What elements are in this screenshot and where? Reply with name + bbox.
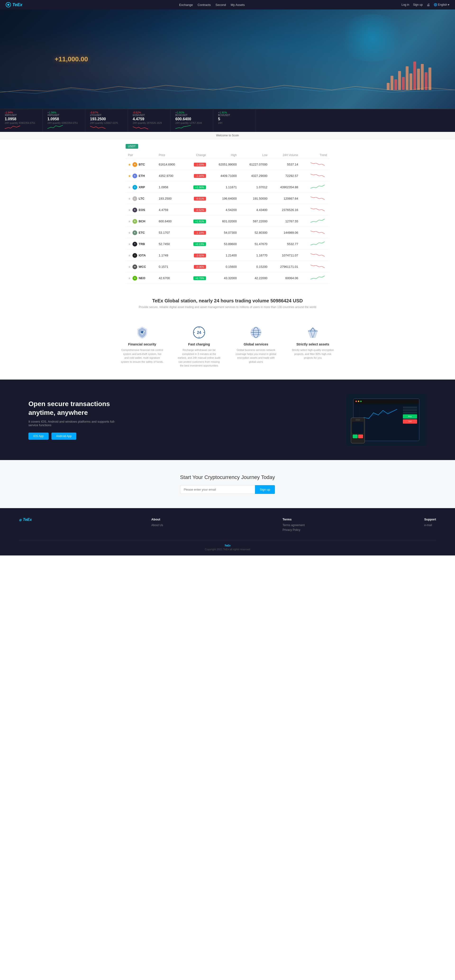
coin-price: 1.0958 [156,181,185,193]
coin-trend [300,216,329,227]
footer-about-col: About About Us [152,518,163,533]
coin-volume: 43902354.88 [270,181,301,193]
footer-email-link[interactable]: e-mail [424,523,436,527]
coin-low: 51.47670 [239,239,270,250]
table-row[interactable]: ★ T TRB 52.7450+0.13%53.8960051.47670553… [126,239,329,250]
coin-high: 4409.71000 [208,170,239,181]
table-row[interactable]: ★ E ETC 53.1707-1.19%54.0730052.80300144… [126,227,329,239]
table-row[interactable]: ★ I IOTA 1.1749-2.02%1.214001.1677010747… [126,250,329,261]
feature-title-charging: Fast charging [178,342,220,346]
signup-link[interactable]: Sign up [413,3,423,6]
coin-icon: N [133,276,137,281]
coin-low: 4327.29000 [239,170,270,181]
col-volume: 24H Volume [270,151,301,159]
footer-logo: ◎ TeEx [19,518,32,522]
coin-high: 196.64000 [208,193,239,204]
login-link[interactable]: Log in [401,3,409,6]
change-badge: +1.56% [193,185,206,189]
coin-name: WCC [139,265,146,269]
nav-exchange[interactable]: Exchange [179,3,193,6]
ticker-change: +1.91% [176,111,208,114]
ticker-item-5[interactable]: +1.91% BCH/USDT 5 24H [213,109,256,132]
star-icon[interactable]: ★ [128,208,131,212]
android-app-button[interactable]: Android App [51,433,76,440]
ticker-item-2[interactable]: -0.87% LTC/USDT 193.2500 24H quantity 12… [85,109,128,132]
ticker-item-3[interactable]: -0.52% EOS/USDT 4.4759 24H quantity 2876… [128,109,171,132]
table-row[interactable]: ★ B BCH 600.6400+1.91%601.02000597.22000… [126,216,329,227]
star-icon[interactable]: ★ [128,276,131,280]
table-row[interactable]: ★ E ETH 4352.9700-1.04%4409.710004327.29… [126,170,329,181]
signup-section: Start Your Cryptocurrency Journey Today … [0,460,455,508]
feature-title-global: Global services [235,342,277,346]
table-row[interactable]: ★ X XRP 1.0958+1.56%1.116711.07012439023… [126,181,329,193]
coin-low: 597.22000 [239,216,270,227]
nav-second[interactable]: Second [216,3,226,6]
stats-title: TeEx Global station, nearly 24 hours tra… [5,298,450,304]
coin-price: 1.1749 [156,250,185,261]
star-icon[interactable]: ★ [128,197,131,200]
table-row[interactable]: ★ N NEO 42.6700+0.79%43.3200042.22000600… [126,272,329,284]
ticker-item-1[interactable]: +1.56% XRP/USDT 1.0958 24H quantity 4390… [43,109,85,132]
coin-high: 0.15600 [208,261,239,272]
nav-my-assets[interactable]: My Assets [231,3,244,6]
change-badge: +0.79% [193,276,206,280]
logo[interactable]: TeEx [6,2,22,7]
footer-terms-title: Terms [283,518,305,521]
coin-icon: B [133,162,137,167]
ticker-item-4[interactable]: +1.91% BCH/USDT 600.6400 24H quantity 12… [171,109,213,132]
dark-section-title: Open secure transactions anytime, anywhe… [29,400,123,417]
table-body: ★ B BTC 61614.6900-1.03%62051.9900061227… [126,159,329,284]
star-icon[interactable]: ★ [128,185,131,189]
dark-promo-section: Open secure transactions anytime, anywhe… [0,380,455,460]
hero-section: +11,000.00 [0,10,455,109]
star-icon[interactable]: ★ [128,174,131,178]
star-icon[interactable]: ★ [128,242,131,246]
coin-price: 0.1571 [156,261,185,272]
footer-about-link[interactable]: About Us [152,523,163,527]
ticker-vol: 24H quantity 2876526.1629 [133,122,166,124]
coin-low: 4.43400 [239,204,270,216]
ticker-item-0[interactable]: -1.94% XRP/USDT 1.0958 24H quantity 4390… [0,109,43,132]
coin-volume: 72292.57 [270,170,301,181]
ticker-change: -0.52% [133,111,166,114]
star-icon[interactable]: ★ [128,163,131,167]
stats-section: TeEx Global station, nearly 24 hours tra… [0,289,455,323]
language-selector[interactable]: 🌐 English ▾ [434,3,449,6]
table-row[interactable]: ★ E EOS 4.4759-0.52%4.542004.43400237652… [126,204,329,216]
usdt-tab[interactable]: USDT [126,144,138,149]
trend-sparkline [310,195,327,201]
coin-high: 54.07300 [208,227,239,239]
nav-contracts[interactable]: Contracts [198,3,211,6]
footer-about-title: About [152,518,163,521]
coin-price: 4.4759 [156,204,185,216]
dark-section-text: Open secure transactions anytime, anywhe… [29,400,123,440]
nav-right: Log in Sign up 🖨 🌐 English ▾ [401,3,449,6]
star-icon[interactable]: ★ [128,254,131,258]
ios-app-button[interactable]: IOS App [29,433,49,440]
coin-price: 4352.9700 [156,170,185,181]
ticker-sparkline [47,124,64,130]
print-icon[interactable]: 🖨 [426,3,430,6]
table-row[interactable]: ★ B BTC 61614.6900-1.03%62051.9900061227… [126,159,329,170]
ticker-price: 193.2500 [90,117,123,121]
footer-privacy-link[interactable]: Privacy Policy [283,528,305,531]
signup-submit-button[interactable]: Sign up [255,485,275,494]
trend-sparkline [310,218,327,224]
star-icon[interactable]: ★ [128,231,131,235]
footer-terms-agreement-link[interactable]: Terms agreement [283,523,305,527]
coin-volume: 5537.14 [270,159,301,170]
table-row[interactable]: ★ L LTC 193.2500-0.51%196.64000191.50000… [126,193,329,204]
coin-trend [300,239,329,250]
signup-title: Start Your Cryptocurrency Journey Today [5,474,450,480]
ticker-pair: EOS/USDT [133,114,166,116]
star-icon[interactable]: ★ [128,220,131,223]
signup-email-input[interactable] [180,485,255,494]
trend-sparkline [310,252,327,258]
coin-icon: B [133,219,137,224]
feature-desc-security: Comprehensive financial risk control sys… [121,348,163,364]
stats-subtitle: Provide secure, reliable digital asset t… [5,305,450,309]
table-row[interactable]: ★ W WCC 0.1571-0.06%0.156000.15200279611… [126,261,329,272]
star-icon[interactable]: ★ [128,265,131,269]
hero-wave [0,83,455,95]
hero-world-map [337,14,408,62]
